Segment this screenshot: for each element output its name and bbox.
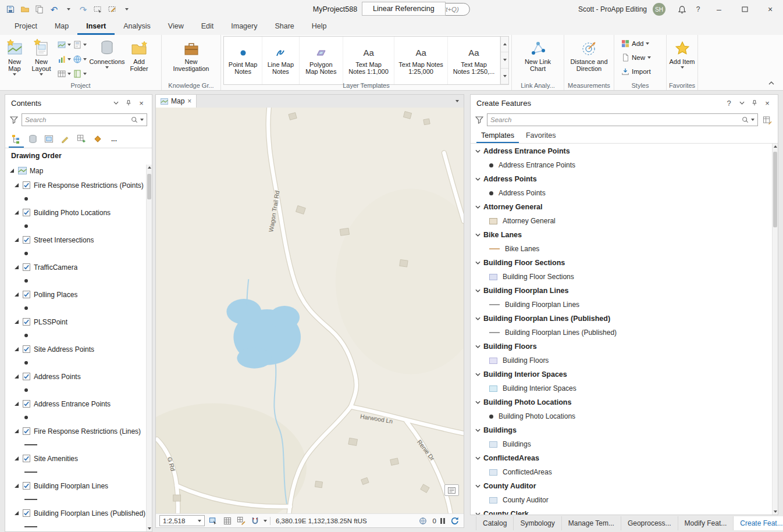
layer-checkbox[interactable] (23, 400, 30, 408)
template-item[interactable]: Building Floors (471, 354, 772, 367)
new-map-button[interactable]: New Map (2, 36, 27, 80)
tab-labeling[interactable] (90, 131, 105, 148)
layer-row[interactable]: Site Address Points (5, 342, 152, 356)
undo-dropdown[interactable] (62, 2, 76, 16)
template-group-header[interactable]: Address Points (471, 172, 772, 187)
connections-button[interactable]: Connections (88, 36, 126, 80)
save-as-button[interactable] (33, 2, 47, 16)
template-group-header[interactable]: Bike Lanes (471, 227, 772, 242)
gallery-item-text-map-notes[interactable]: AaText Map Notes 1:25,000 (394, 37, 448, 84)
layer-symbol-row[interactable] (5, 220, 152, 233)
layer-row[interactable]: Building Photo Locations (5, 205, 152, 220)
dock-tab-modify-feat-[interactable]: Modify Feat... (678, 516, 734, 530)
ribbon-tab-project[interactable]: Project (6, 19, 46, 35)
template-item[interactable]: Building Interior Spaces (471, 382, 772, 395)
layer-row[interactable]: Polling Places (5, 287, 152, 302)
layer-checkbox[interactable] (23, 482, 30, 490)
dock-tab-geoprocess-[interactable]: Geoprocess... (621, 516, 678, 530)
map-canvas[interactable]: Wagon Trail Rd Harwood Ln Renie Dr G Rd (156, 108, 464, 513)
template-group-header[interactable]: Building Floorplan Lines (471, 283, 772, 298)
template-item[interactable]: County Auditor (471, 494, 772, 506)
contents-scrollbar[interactable] (146, 165, 152, 531)
template-group-header[interactable]: County Clerk (471, 506, 772, 515)
template-group-header[interactable]: Building Floor Sections (471, 255, 772, 270)
layer-row[interactable]: Address Entrance Points (5, 397, 152, 411)
small-tool-button-6[interactable] (72, 66, 87, 81)
layer-row[interactable]: Building Floorplan Lines (5, 479, 152, 493)
gallery-scroll-down[interactable] (501, 52, 508, 68)
template-item[interactable]: Building Photo Locations (471, 410, 772, 423)
dock-tab-create-feat-[interactable]: Create Feat... (734, 516, 783, 530)
tab-templates[interactable]: Templates (476, 128, 519, 143)
tab-data-source[interactable] (25, 131, 40, 148)
ribbon-tab-analysis[interactable]: Analysis (115, 19, 159, 35)
more-options-button[interactable]: ... (106, 131, 122, 148)
ribbon-tab-help[interactable]: Help (303, 19, 336, 35)
new-link-chart-button[interactable]: New Link Chart (520, 36, 556, 80)
collapse-ribbon-button[interactable] (766, 78, 777, 88)
small-tool-button-4[interactable] (72, 52, 87, 66)
layer-symbol-row[interactable] (5, 384, 152, 397)
layer-symbol-row[interactable] (5, 192, 152, 205)
template-item[interactable]: ConflictedAreas (471, 466, 772, 479)
expander-icon[interactable] (15, 347, 19, 351)
template-item[interactable]: Address Entrance Points (471, 159, 772, 172)
layer-checkbox[interactable] (23, 181, 30, 189)
template-item[interactable]: Address Points (471, 187, 772, 199)
layer-checkbox[interactable] (23, 209, 30, 216)
extent-tool-button-2[interactable] (105, 2, 119, 16)
globe-refresh-button[interactable] (418, 515, 429, 526)
layer-symbol-row[interactable] (5, 438, 152, 451)
create-features-search-input[interactable] (490, 116, 739, 123)
layer-checkbox[interactable] (23, 455, 30, 462)
manage-templates-button[interactable] (761, 114, 773, 126)
layer-symbol-row[interactable] (5, 411, 152, 424)
template-group-header[interactable]: Building Floorplan Lines (Published) (471, 311, 772, 326)
expander-icon[interactable] (15, 429, 19, 433)
gallery-item-point-map-notes[interactable]: Point Map Notes (224, 37, 262, 84)
map-view-tab[interactable]: Map × (156, 95, 197, 108)
expander-icon[interactable] (15, 238, 19, 242)
undo-button[interactable]: ↶ (47, 2, 61, 16)
expander-icon[interactable] (15, 210, 19, 215)
close-panel-button[interactable]: × (761, 97, 773, 109)
maximize-button[interactable] (732, 0, 757, 19)
layer-row[interactable]: PLSSPoint (5, 315, 152, 329)
template-group-header[interactable]: Address Entrance Points (471, 144, 772, 159)
dock-tab-manage-tem-[interactable]: Manage Tem... (562, 516, 621, 530)
gallery-item-polygon-map-notes[interactable]: Polygon Map Notes (300, 37, 343, 84)
avatar[interactable]: SH (653, 3, 665, 16)
scrollbar-thumb[interactable] (147, 174, 151, 199)
scale-combobox[interactable]: 1:2,518 (159, 515, 205, 526)
ribbon-tab-edit[interactable]: Edit (193, 19, 223, 35)
gallery-item-text-map-notes[interactable]: AaText Map Notes 1:250,... (448, 37, 500, 84)
account-label[interactable]: Scott - ProApp Editing (578, 5, 647, 13)
chevron-down-icon[interactable] (264, 520, 267, 522)
expander-icon[interactable] (15, 320, 19, 324)
layer-symbol-row[interactable] (5, 302, 152, 315)
ribbon-tab-insert[interactable]: Insert (77, 19, 115, 35)
open-project-button[interactable] (18, 2, 32, 16)
tab-favorites[interactable]: Favorites (521, 128, 560, 143)
contents-search-input[interactable] (25, 116, 129, 123)
tab-drawing-order[interactable] (9, 131, 24, 148)
expander-icon[interactable] (15, 265, 19, 269)
contents-search-box[interactable] (22, 113, 147, 126)
tab-snapping[interactable] (74, 131, 89, 148)
layer-checkbox[interactable] (23, 263, 30, 271)
layer-symbol-row[interactable] (5, 356, 152, 369)
layer-row[interactable]: TrafficCamera (5, 260, 152, 274)
create-features-search-box[interactable] (487, 113, 758, 126)
new-style-button[interactable]: New (618, 51, 663, 64)
add-style-button[interactable]: Add (618, 37, 663, 50)
redo-button[interactable]: ↷ (76, 2, 90, 16)
expander-icon[interactable] (15, 456, 19, 460)
layer-symbol-row[interactable] (5, 493, 152, 506)
panel-help-button[interactable]: ? (723, 97, 735, 109)
filter-icon[interactable] (475, 116, 483, 124)
scrollbar-thumb[interactable] (773, 152, 777, 227)
template-item[interactable]: Bike Lanes (471, 242, 772, 255)
extent-tool-button-1[interactable] (91, 2, 105, 16)
close-view-icon[interactable]: × (187, 97, 191, 105)
filter-icon[interactable] (10, 116, 18, 124)
